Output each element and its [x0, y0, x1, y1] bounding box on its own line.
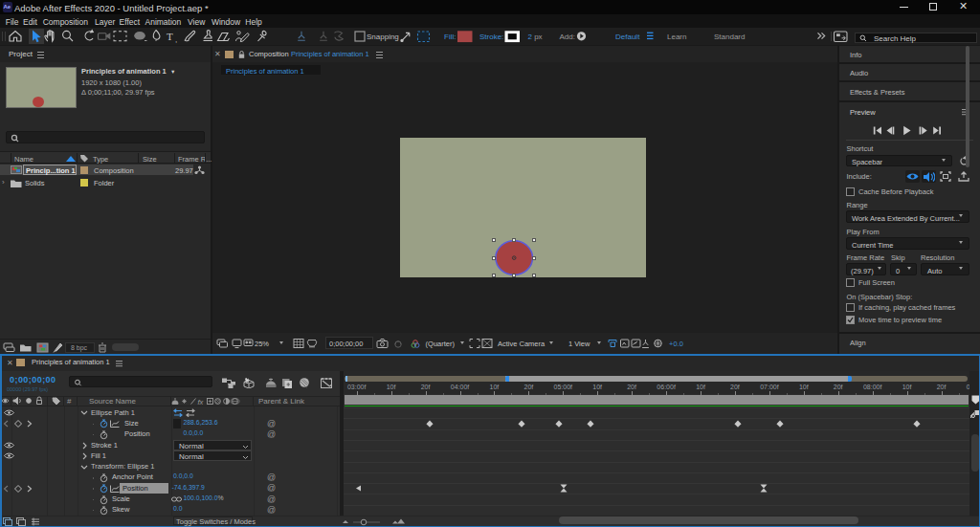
svg-text:fx: fx: [198, 398, 204, 406]
svg-text:#: #: [67, 397, 72, 406]
svg-text:Source Name: Source Name: [89, 397, 136, 406]
svg-text:Parent & Link: Parent & Link: [258, 397, 305, 406]
